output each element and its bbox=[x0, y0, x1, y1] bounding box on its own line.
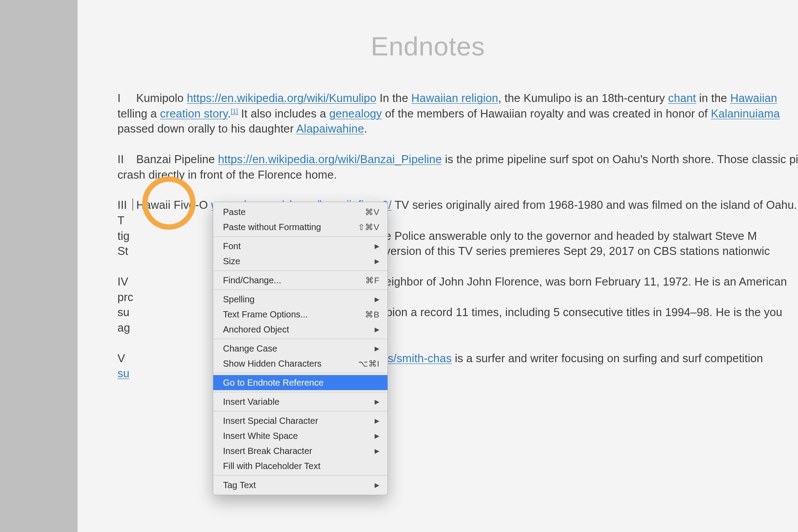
submenu-arrow-icon: ▶ bbox=[375, 345, 379, 352]
menu-tag-text[interactable]: Tag Text ▶ bbox=[213, 477, 387, 493]
link-hawaiian[interactable]: Hawaiian bbox=[730, 92, 777, 104]
menu-paste-without-formatting[interactable]: Paste without Formatting ⇧⌘V bbox=[213, 219, 387, 235]
menu-insert-white-space[interactable]: Insert White Space ▶ bbox=[213, 428, 387, 443]
menu-text-frame-options[interactable]: Text Frame Options... ⌘B bbox=[213, 307, 387, 322]
endnote-2[interactable]: II Banzai Pipeline https://en.wikipedia.… bbox=[117, 152, 798, 182]
menu-insert-break-character[interactable]: Insert Break Character ▶ bbox=[213, 443, 387, 458]
menu-fill-placeholder-text[interactable]: Fill with Placeholder Text bbox=[213, 458, 387, 473]
text-cursor bbox=[133, 199, 133, 211]
submenu-arrow-icon: ▶ bbox=[375, 243, 379, 250]
menu-anchored-object[interactable]: Anchored Object ▶ bbox=[213, 322, 387, 337]
menu-font[interactable]: Font ▶ bbox=[213, 239, 387, 254]
menu-change-case[interactable]: Change Case ▶ bbox=[213, 341, 387, 356]
endnote-number: III bbox=[117, 197, 133, 213]
menu-paste[interactable]: Paste ⌘V bbox=[213, 204, 387, 219]
submenu-arrow-icon: ▶ bbox=[375, 398, 379, 405]
submenu-arrow-icon: ▶ bbox=[375, 296, 379, 303]
menu-separator bbox=[213, 373, 387, 373]
link-chant[interactable]: chant bbox=[668, 92, 696, 104]
menu-separator bbox=[213, 289, 387, 290]
menu-separator bbox=[213, 339, 387, 339]
link-genealogy[interactable]: genealogy bbox=[329, 107, 382, 120]
submenu-arrow-icon: ▶ bbox=[375, 447, 379, 454]
link-banzai-url[interactable]: https://en.wikipedia.org/wiki/Banzai_Pip… bbox=[218, 153, 442, 165]
submenu-arrow-icon: ▶ bbox=[375, 432, 379, 439]
submenu-arrow-icon: ▶ bbox=[375, 258, 379, 265]
endnote-number: II bbox=[117, 152, 133, 167]
menu-insert-special-character[interactable]: Insert Special Character ▶ bbox=[213, 413, 387, 428]
endnote-number: V bbox=[117, 351, 133, 366]
menu-spelling[interactable]: Spelling ▶ bbox=[213, 292, 387, 307]
menu-insert-variable[interactable]: Insert Variable ▶ bbox=[213, 394, 387, 409]
endnote-number: IV bbox=[117, 274, 133, 289]
menu-separator bbox=[213, 411, 387, 411]
page-gutter bbox=[0, 0, 78, 532]
document-page: Endnotes I Kumipolo https://en.wikipedia… bbox=[78, 0, 798, 532]
link-su[interactable]: su bbox=[117, 367, 129, 379]
submenu-arrow-icon: ▶ bbox=[375, 417, 379, 424]
page-title: Endnotes bbox=[117, 31, 738, 62]
submenu-arrow-icon: ▶ bbox=[375, 481, 379, 489]
context-menu: Paste ⌘V Paste without Formatting ⇧⌘V Fo… bbox=[213, 202, 388, 495]
endnote-number: I bbox=[117, 90, 133, 106]
menu-separator bbox=[213, 236, 387, 237]
endnote-1[interactable]: I Kumipolo https://en.wikipedia.org/wiki… bbox=[117, 90, 798, 137]
menu-separator bbox=[213, 270, 387, 271]
link-hawaiian-religion[interactable]: Hawaiian religion bbox=[411, 92, 498, 104]
link-kumulipo-url[interactable]: https://en.wikipedia.org/wiki/Kumulipo bbox=[187, 92, 376, 104]
menu-separator bbox=[213, 392, 387, 392]
link-kalaninuiama[interactable]: Kalaninuiama bbox=[711, 107, 780, 120]
link-alapaiwahine[interactable]: Alapaiwahine bbox=[296, 122, 364, 135]
footnote-ref-1[interactable]: [1] bbox=[231, 107, 238, 114]
submenu-arrow-icon: ▶ bbox=[375, 326, 379, 333]
link-creation-story[interactable]: creation story bbox=[160, 107, 228, 120]
menu-separator bbox=[213, 475, 387, 476]
menu-show-hidden-characters[interactable]: Show Hidden Characters ⌥⌘I bbox=[213, 356, 387, 371]
menu-size[interactable]: Size ▶ bbox=[213, 254, 387, 269]
menu-find-change[interactable]: Find/Change... ⌘F bbox=[213, 273, 387, 288]
menu-go-to-endnote-reference[interactable]: Go to Endnote Reference bbox=[213, 375, 387, 390]
